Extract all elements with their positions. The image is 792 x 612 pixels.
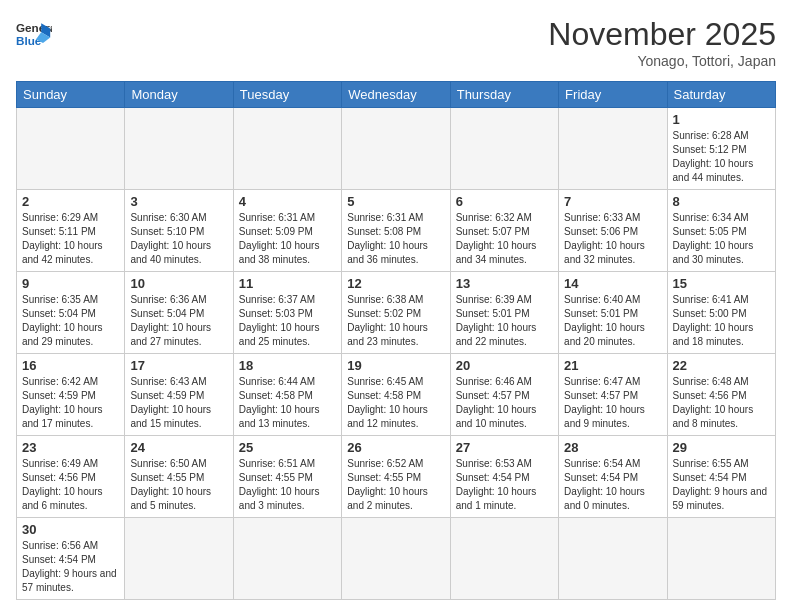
weekday-header-saturday: Saturday xyxy=(667,82,775,108)
day-cell: 23Sunrise: 6:49 AM Sunset: 4:56 PM Dayli… xyxy=(17,436,125,518)
day-number: 28 xyxy=(564,440,661,455)
day-cell xyxy=(559,518,667,600)
day-cell: 11Sunrise: 6:37 AM Sunset: 5:03 PM Dayli… xyxy=(233,272,341,354)
day-cell: 1Sunrise: 6:28 AM Sunset: 5:12 PM Daylig… xyxy=(667,108,775,190)
week-row-2: 2Sunrise: 6:29 AM Sunset: 5:11 PM Daylig… xyxy=(17,190,776,272)
weekday-header-friday: Friday xyxy=(559,82,667,108)
day-number: 6 xyxy=(456,194,553,209)
day-number: 12 xyxy=(347,276,444,291)
day-cell xyxy=(233,518,341,600)
day-number: 19 xyxy=(347,358,444,373)
day-info: Sunrise: 6:31 AM Sunset: 5:08 PM Dayligh… xyxy=(347,211,444,267)
day-info: Sunrise: 6:43 AM Sunset: 4:59 PM Dayligh… xyxy=(130,375,227,431)
day-number: 5 xyxy=(347,194,444,209)
day-cell: 14Sunrise: 6:40 AM Sunset: 5:01 PM Dayli… xyxy=(559,272,667,354)
day-number: 27 xyxy=(456,440,553,455)
day-info: Sunrise: 6:28 AM Sunset: 5:12 PM Dayligh… xyxy=(673,129,770,185)
week-row-5: 23Sunrise: 6:49 AM Sunset: 4:56 PM Dayli… xyxy=(17,436,776,518)
day-info: Sunrise: 6:49 AM Sunset: 4:56 PM Dayligh… xyxy=(22,457,119,513)
week-row-1: 1Sunrise: 6:28 AM Sunset: 5:12 PM Daylig… xyxy=(17,108,776,190)
day-cell: 16Sunrise: 6:42 AM Sunset: 4:59 PM Dayli… xyxy=(17,354,125,436)
day-number: 7 xyxy=(564,194,661,209)
calendar-table: SundayMondayTuesdayWednesdayThursdayFrid… xyxy=(16,81,776,600)
day-info: Sunrise: 6:45 AM Sunset: 4:58 PM Dayligh… xyxy=(347,375,444,431)
day-cell: 26Sunrise: 6:52 AM Sunset: 4:55 PM Dayli… xyxy=(342,436,450,518)
day-info: Sunrise: 6:54 AM Sunset: 4:54 PM Dayligh… xyxy=(564,457,661,513)
day-cell xyxy=(450,518,558,600)
day-number: 11 xyxy=(239,276,336,291)
weekday-header-wednesday: Wednesday xyxy=(342,82,450,108)
day-cell: 24Sunrise: 6:50 AM Sunset: 4:55 PM Dayli… xyxy=(125,436,233,518)
title-block: November 2025 Yonago, Tottori, Japan xyxy=(548,16,776,69)
day-number: 10 xyxy=(130,276,227,291)
day-info: Sunrise: 6:44 AM Sunset: 4:58 PM Dayligh… xyxy=(239,375,336,431)
day-cell xyxy=(342,518,450,600)
day-number: 25 xyxy=(239,440,336,455)
day-info: Sunrise: 6:37 AM Sunset: 5:03 PM Dayligh… xyxy=(239,293,336,349)
day-cell: 5Sunrise: 6:31 AM Sunset: 5:08 PM Daylig… xyxy=(342,190,450,272)
day-cell: 19Sunrise: 6:45 AM Sunset: 4:58 PM Dayli… xyxy=(342,354,450,436)
week-row-4: 16Sunrise: 6:42 AM Sunset: 4:59 PM Dayli… xyxy=(17,354,776,436)
day-cell: 20Sunrise: 6:46 AM Sunset: 4:57 PM Dayli… xyxy=(450,354,558,436)
day-number: 22 xyxy=(673,358,770,373)
day-number: 21 xyxy=(564,358,661,373)
weekday-header-sunday: Sunday xyxy=(17,82,125,108)
day-cell xyxy=(667,518,775,600)
day-cell: 27Sunrise: 6:53 AM Sunset: 4:54 PM Dayli… xyxy=(450,436,558,518)
day-number: 8 xyxy=(673,194,770,209)
day-cell: 2Sunrise: 6:29 AM Sunset: 5:11 PM Daylig… xyxy=(17,190,125,272)
day-number: 13 xyxy=(456,276,553,291)
day-number: 26 xyxy=(347,440,444,455)
day-info: Sunrise: 6:34 AM Sunset: 5:05 PM Dayligh… xyxy=(673,211,770,267)
day-cell xyxy=(125,518,233,600)
day-info: Sunrise: 6:47 AM Sunset: 4:57 PM Dayligh… xyxy=(564,375,661,431)
day-info: Sunrise: 6:50 AM Sunset: 4:55 PM Dayligh… xyxy=(130,457,227,513)
weekday-header-thursday: Thursday xyxy=(450,82,558,108)
day-number: 20 xyxy=(456,358,553,373)
weekday-header-row: SundayMondayTuesdayWednesdayThursdayFrid… xyxy=(17,82,776,108)
day-info: Sunrise: 6:39 AM Sunset: 5:01 PM Dayligh… xyxy=(456,293,553,349)
day-number: 3 xyxy=(130,194,227,209)
day-cell: 8Sunrise: 6:34 AM Sunset: 5:05 PM Daylig… xyxy=(667,190,775,272)
day-cell: 18Sunrise: 6:44 AM Sunset: 4:58 PM Dayli… xyxy=(233,354,341,436)
day-number: 16 xyxy=(22,358,119,373)
day-info: Sunrise: 6:29 AM Sunset: 5:11 PM Dayligh… xyxy=(22,211,119,267)
day-info: Sunrise: 6:52 AM Sunset: 4:55 PM Dayligh… xyxy=(347,457,444,513)
day-cell: 7Sunrise: 6:33 AM Sunset: 5:06 PM Daylig… xyxy=(559,190,667,272)
day-info: Sunrise: 6:48 AM Sunset: 4:56 PM Dayligh… xyxy=(673,375,770,431)
day-info: Sunrise: 6:41 AM Sunset: 5:00 PM Dayligh… xyxy=(673,293,770,349)
location-subtitle: Yonago, Tottori, Japan xyxy=(548,53,776,69)
day-cell: 3Sunrise: 6:30 AM Sunset: 5:10 PM Daylig… xyxy=(125,190,233,272)
logo: General Blue xyxy=(16,16,52,52)
weekday-header-tuesday: Tuesday xyxy=(233,82,341,108)
logo-icon: General Blue xyxy=(16,16,52,52)
page-header: General Blue November 2025 Yonago, Totto… xyxy=(16,16,776,69)
day-info: Sunrise: 6:56 AM Sunset: 4:54 PM Dayligh… xyxy=(22,539,119,595)
week-row-3: 9Sunrise: 6:35 AM Sunset: 5:04 PM Daylig… xyxy=(17,272,776,354)
day-cell: 12Sunrise: 6:38 AM Sunset: 5:02 PM Dayli… xyxy=(342,272,450,354)
day-cell: 4Sunrise: 6:31 AM Sunset: 5:09 PM Daylig… xyxy=(233,190,341,272)
day-cell: 17Sunrise: 6:43 AM Sunset: 4:59 PM Dayli… xyxy=(125,354,233,436)
day-cell xyxy=(559,108,667,190)
day-info: Sunrise: 6:38 AM Sunset: 5:02 PM Dayligh… xyxy=(347,293,444,349)
day-info: Sunrise: 6:40 AM Sunset: 5:01 PM Dayligh… xyxy=(564,293,661,349)
day-number: 2 xyxy=(22,194,119,209)
day-info: Sunrise: 6:53 AM Sunset: 4:54 PM Dayligh… xyxy=(456,457,553,513)
day-info: Sunrise: 6:42 AM Sunset: 4:59 PM Dayligh… xyxy=(22,375,119,431)
day-info: Sunrise: 6:35 AM Sunset: 5:04 PM Dayligh… xyxy=(22,293,119,349)
day-cell: 29Sunrise: 6:55 AM Sunset: 4:54 PM Dayli… xyxy=(667,436,775,518)
day-cell: 30Sunrise: 6:56 AM Sunset: 4:54 PM Dayli… xyxy=(17,518,125,600)
day-number: 23 xyxy=(22,440,119,455)
day-number: 30 xyxy=(22,522,119,537)
day-cell: 9Sunrise: 6:35 AM Sunset: 5:04 PM Daylig… xyxy=(17,272,125,354)
day-number: 17 xyxy=(130,358,227,373)
day-cell: 6Sunrise: 6:32 AM Sunset: 5:07 PM Daylig… xyxy=(450,190,558,272)
day-number: 14 xyxy=(564,276,661,291)
day-info: Sunrise: 6:36 AM Sunset: 5:04 PM Dayligh… xyxy=(130,293,227,349)
day-cell xyxy=(17,108,125,190)
day-number: 29 xyxy=(673,440,770,455)
day-cell xyxy=(233,108,341,190)
day-info: Sunrise: 6:51 AM Sunset: 4:55 PM Dayligh… xyxy=(239,457,336,513)
day-cell: 25Sunrise: 6:51 AM Sunset: 4:55 PM Dayli… xyxy=(233,436,341,518)
day-number: 15 xyxy=(673,276,770,291)
